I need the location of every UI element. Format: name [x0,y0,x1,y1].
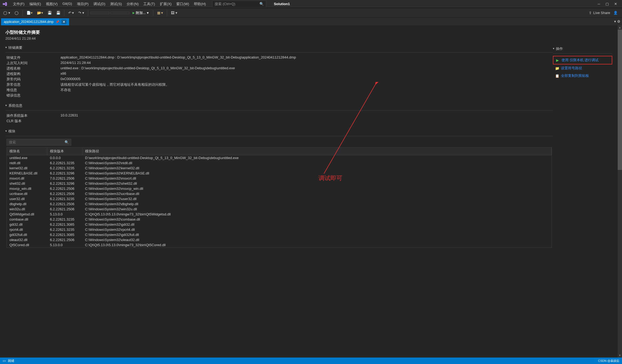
output-icon[interactable]: ▭ [3,359,6,363]
maximize-button[interactable]: ▢ [606,2,609,6]
status-bar: ▭ 就绪 CSDN @暴躁茹 [0,358,622,364]
menu-item[interactable]: 编辑(E) [27,1,43,8]
table-cell: 6.2.22621.3296 [47,171,82,176]
search-placeholder: 搜索 (Ctrl+Q) [215,2,235,6]
config-dropdown[interactable] [90,12,109,14]
menu-item[interactable]: 项目(P) [75,1,91,8]
section-header-actions[interactable]: ▴ 操作 [553,44,612,54]
menu-item[interactable]: 帮助(H) [192,1,208,8]
table-row[interactable]: Qt5Widgetsd.dll5.13.0.0C:\Qt\Qt5.13.0\5.… [7,212,552,217]
table-cell: 6.2.22621.3085 [47,232,82,237]
table-cell: msvcp_win.dll [7,186,47,191]
caret-icon: ▴ [553,47,554,50]
table-cell: 6.2.22621.2506 [47,207,82,212]
section-header-dump[interactable]: ▴ 转储摘要 [5,43,553,53]
table-cell: C:\Windows\System32\KERNELBASE.dll [82,171,552,176]
table-row[interactable]: kernel32.dll6.2.22621.3235C:\Windows\Sys… [7,166,552,171]
action-copy-all[interactable]: 📋 全部复制到剪贴板 [553,72,612,80]
col-path[interactable]: 模块路径 [82,147,552,155]
table-cell: 6.2.22621.3085 [47,222,82,227]
menu-item[interactable]: 扩展(X) [158,1,174,8]
active-tab[interactable]: application_20240411212844.dmp 📌 ✕ [1,18,69,25]
table-row[interactable]: gdi32full.dll6.2.22621.3085C:\Windows\Sy… [7,232,552,237]
table-row[interactable]: dbghelp.dll6.2.22621.2506C:\Windows\Syst… [7,201,552,207]
menu-item[interactable]: 分析(N) [124,1,141,8]
open-file-button[interactable]: 📂▾ [35,10,45,16]
save-button[interactable]: 💾 [46,10,53,16]
table-cell: gdi32full.dll [7,232,47,237]
action-debug-native[interactable]: ▶ 使用 仅限本机 进行调试 [553,56,612,64]
kv-key: 异常信息 [6,82,58,87]
table-row[interactable]: oleaut32.dll6.2.22621.2506C:\Windows\Sys… [7,237,552,242]
toolbar-btn-1[interactable]: ▦ ▾ [156,10,165,16]
table-cell: C:\Qt\Qt5.13.0\5.13.0\mingw73_32\bin\Qt5… [82,242,552,248]
tab-options-dropdown[interactable]: ▾ ⚙ [614,19,620,23]
menu-item[interactable]: 视图(V) [44,1,60,8]
title-bar: 文件(F)编辑(E)视图(V)Git(G)项目(P)调试(D)测试(S)分析(N… [0,0,622,8]
table-cell: C:\Windows\System32\oleaut32.dll [82,237,552,242]
table-row[interactable]: msvcrt.dll7.0.22621.2506C:\Windows\Syste… [7,176,552,181]
table-row[interactable]: untitled.exe0.0.0.0D:\work\lmp\qtproject… [7,155,552,160]
account-icon[interactable]: 👤 [613,11,618,15]
table-row[interactable]: combase.dll6.2.22621.3235C:\Windows\Syst… [7,217,552,222]
table-cell: 5.13.0.0 [47,212,82,217]
module-search-input[interactable] [9,140,63,144]
menu-item[interactable]: 测试(S) [108,1,124,8]
table-cell: C:\Qt\Qt5.13.0\5.13.0\mingw73_32\bin\Qt5… [82,212,552,217]
section-header-sys[interactable]: ▴ 系统信息 [5,101,553,111]
table-row[interactable]: KERNELBASE.dll6.2.22621.3296C:\Windows\S… [7,171,552,176]
table-row[interactable]: rpcrt4.dll6.2.22621.3235C:\Windows\Syste… [7,227,552,232]
module-search[interactable]: 🔍 [6,139,71,146]
nav-back-button[interactable]: ◯ ▾ [2,10,12,16]
global-search-input[interactable]: 搜索 (Ctrl+Q) 🔍 [212,1,266,8]
toolbar-btn-2[interactable]: 🖼 ▾ [169,10,179,16]
table-cell: C:\Windows\System32\rpcrt4.dll [82,227,552,232]
solution-name: Solution1 [274,2,290,6]
col-name[interactable]: 模块名 [7,147,47,155]
table-row[interactable]: Qt5Cored.dll5.13.0.0C:\Qt\Qt5.13.0\5.13.… [7,242,552,248]
nav-fwd-button[interactable]: ◯ [13,10,20,16]
save-all-button[interactable]: 💾 [55,10,62,16]
table-row[interactable]: shell32.dll6.2.22621.3296C:\Windows\Syst… [7,181,552,186]
vertical-scrollbar[interactable]: ▲ ▼ [618,25,622,358]
pin-icon[interactable]: 📌 [56,20,59,24]
menu-item[interactable]: Git(G) [60,1,74,8]
menu-item[interactable]: 工具(T) [141,1,157,8]
search-icon: 🔍 [65,140,69,144]
redo-button[interactable]: ↷ ▾ [77,10,86,16]
scroll-down-arrow[interactable]: ▼ [618,353,622,358]
table-row[interactable]: ucrtbase.dll6.2.22621.2506C:\Windows\Sys… [7,191,552,196]
table-row[interactable]: gdi32.dll6.2.22621.3085C:\Windows\System… [7,222,552,227]
table-cell: KERNELBASE.dll [7,171,47,176]
menu-item[interactable]: 调试(D) [91,1,107,8]
platform-dropdown[interactable] [110,12,129,14]
col-version[interactable]: 模块版本 [47,147,82,155]
undo-button[interactable]: ↶ ▾ [67,10,76,16]
kv-value: application_20240411212844.dmp : D:\work… [60,55,552,60]
kv-value: untitled.exe : D:\work\lmp\qtproject\bui… [60,66,552,71]
table-cell: Qt5Widgetsd.dll [7,212,47,217]
menu-item[interactable]: 文件(F) [11,1,27,8]
menu-item[interactable]: 窗口(W) [174,1,191,8]
table-cell: ucrtbase.dll [7,191,47,196]
attach-button[interactable]: 附加... ▾ [130,9,151,16]
table-row[interactable]: user32.dll6.2.22621.3235C:\Windows\Syste… [7,196,552,201]
table-row[interactable]: ntdll.dll6.2.22621.3235C:\Windows\System… [7,160,552,166]
action-set-symbol-path[interactable]: 📁 设置符号路径 [553,64,612,72]
table-cell: 5.13.0.0 [47,242,82,248]
scroll-up-arrow[interactable]: ▲ [618,25,622,30]
table-row[interactable]: msvcp_win.dll6.2.22621.2506C:\Windows\Sy… [7,186,552,191]
table-cell: 6.2.22621.2506 [47,237,82,242]
minimize-button[interactable]: ─ [598,2,600,6]
main-toolbar: ◯ ▾ ◯ 📄▾ 📂▾ 💾 💾 ↶ ▾ ↷ ▾ 附加... ▾ ▦ ▾ 🖼 ▾ … [0,8,622,18]
kv-key: 进程架构 [6,71,58,76]
live-share-button[interactable]: ⇪ Live Share [589,11,610,15]
tab-close-button[interactable]: ✕ [62,20,66,24]
scrollbar-thumb[interactable] [618,30,622,170]
page-subtitle: 2024/4/11 21:28:44 [5,36,612,40]
close-button[interactable]: ✕ [614,2,617,6]
table-row[interactable]: win32u.dll6.2.22621.2506C:\Windows\Syste… [7,207,552,212]
vs-logo-icon [2,1,8,7]
new-project-button[interactable]: 📄▾ [25,10,34,16]
section-header-modules[interactable]: ▴ 模块 [5,127,553,136]
